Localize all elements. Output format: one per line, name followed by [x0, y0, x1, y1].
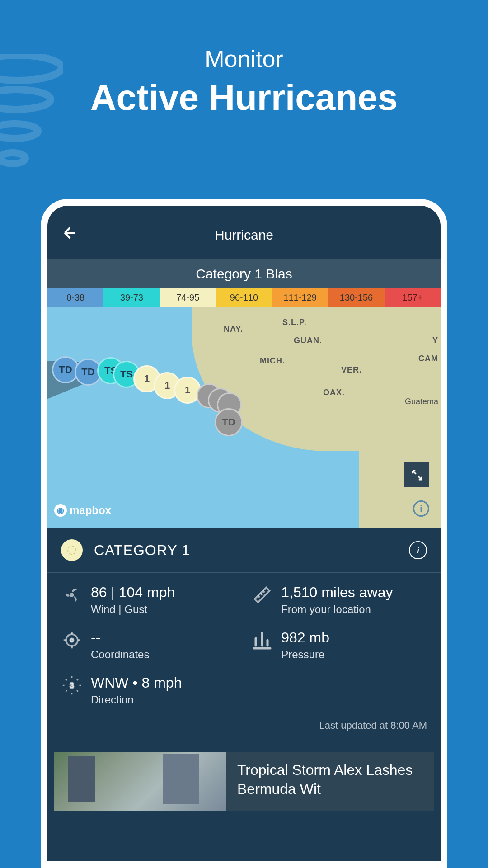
category-header: CATEGORY 1 i: [47, 528, 441, 573]
tornado-decoration-icon: [0, 54, 63, 181]
category-label: CATEGORY 1: [94, 542, 190, 559]
expand-map-button[interactable]: [404, 462, 429, 487]
distance-value: 1,510 miles away: [281, 584, 393, 601]
mapbox-icon: ◉: [54, 504, 67, 517]
scale-range-6: 157+: [385, 288, 441, 307]
pressure-value: 982 mb: [281, 629, 329, 646]
ruler-icon: [251, 584, 273, 606]
distance-label: From your location: [281, 603, 393, 616]
pressure-icon: [251, 629, 273, 651]
mapbox-attribution: ◉ mapbox: [54, 504, 111, 517]
stat-wind: 86 | 104 mph Wind | Gust: [61, 584, 251, 616]
stat-distance: 1,510 miles away From your location: [251, 584, 427, 616]
map-info-button[interactable]: i: [413, 500, 429, 517]
scale-range-0: 0-38: [47, 288, 103, 307]
fan-icon: [61, 584, 83, 606]
map-label: S.L.P.: [282, 318, 307, 327]
coords-label: Coordinates: [91, 648, 149, 661]
map-label: Guatema: [405, 397, 438, 406]
wind-value: 86 | 104 mph: [91, 584, 175, 601]
last-updated: Last updated at 8:00 AM: [47, 720, 441, 743]
stats-grid: 86 | 104 mph Wind | Gust 1,510 mil: [47, 573, 441, 720]
page-title: Hurricane: [215, 227, 273, 243]
phone-frame: Hurricane Category 1 Blas 0-38 39-73 74-…: [41, 199, 447, 868]
svg-point-4: [70, 593, 74, 597]
svg-point-2: [0, 124, 38, 138]
storm-marker-td[interactable]: TD: [215, 408, 243, 436]
app-header: Hurricane: [47, 206, 441, 259]
scale-range-1: 39-73: [103, 288, 160, 307]
map-label: OAX.: [323, 388, 345, 397]
scale-range-4: 111-129: [272, 288, 328, 307]
back-arrow-icon[interactable]: [61, 224, 79, 246]
stat-direction: 3 WNW • 8 mph Direction: [61, 675, 251, 706]
stat-pressure: 982 mb Pressure: [251, 629, 427, 661]
hurricane-map[interactable]: NAY. S.L.P. GUAN. MICH. VER. OAX. CAM Y …: [47, 307, 441, 528]
promo-subtitle: Monitor: [0, 45, 488, 72]
svg-point-3: [0, 153, 25, 164]
promo-title: Active Hurricanes: [0, 77, 488, 118]
direction-label: Direction: [91, 693, 182, 706]
map-label: CAM: [418, 354, 438, 363]
scale-range-5: 130-156: [328, 288, 384, 307]
direction-value: WNW • 8 mph: [91, 675, 182, 691]
category-icon: [61, 539, 83, 561]
storm-track: TD TD TS TS 1 1 1 TD: [47, 352, 282, 460]
storm-info-panel: CATEGORY 1 i: [47, 528, 441, 743]
wind-label: Wind | Gust: [91, 603, 175, 616]
scale-range-2: 74-95: [160, 288, 216, 307]
wind-scale-legend: 0-38 39-73 74-95 96-110 111-129 130-156 …: [47, 288, 441, 307]
news-card[interactable]: Tropical Storm Alex Lashes Bermuda Wit: [54, 752, 434, 811]
svg-point-0: [0, 55, 61, 80]
map-label: GUAN.: [294, 336, 322, 345]
phone-screen: Hurricane Category 1 Blas 0-38 39-73 74-…: [47, 206, 441, 861]
scale-range-3: 96-110: [216, 288, 272, 307]
svg-text:3: 3: [70, 681, 74, 689]
pressure-label: Pressure: [281, 648, 329, 661]
svg-point-6: [70, 638, 73, 642]
map-label: NAY.: [224, 325, 243, 334]
info-button[interactable]: i: [409, 541, 427, 559]
map-label: VER.: [341, 365, 362, 375]
storm-name-banner: Category 1 Blas: [47, 259, 441, 288]
news-thumbnail: [54, 752, 226, 811]
news-title: Tropical Storm Alex Lashes Bermuda Wit: [226, 752, 434, 811]
svg-point-1: [0, 90, 51, 109]
stat-coords: -- Coordinates: [61, 629, 251, 661]
coords-value: --: [91, 629, 149, 646]
map-label: Y: [432, 336, 438, 345]
target-icon: [61, 629, 83, 651]
compass-icon: 3: [61, 675, 83, 696]
